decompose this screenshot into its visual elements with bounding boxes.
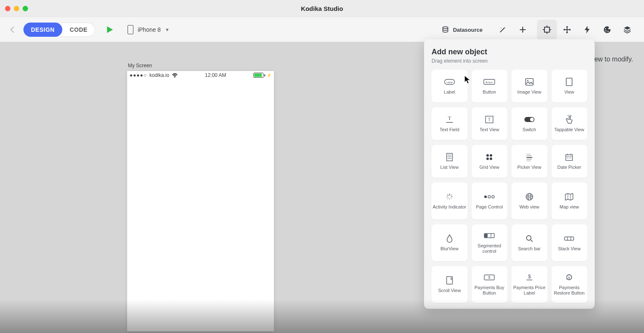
svg-point-13: [527, 80, 528, 81]
theme-button[interactable]: [597, 20, 617, 40]
svg-text:$: $: [528, 274, 531, 280]
price-icon: $: [526, 273, 533, 282]
object-label[interactable]: Label Label: [432, 70, 468, 102]
device-selector[interactable]: iPhone 8 ▼: [128, 25, 169, 34]
layers-icon: [623, 25, 631, 34]
svg-point-5: [606, 31, 607, 32]
view-icon: [566, 78, 572, 86]
battery-icon: ⚡: [253, 73, 271, 78]
object-date-picker[interactable]: Date Picker: [552, 145, 588, 178]
svg-text:$: $: [568, 276, 570, 280]
bottom-fade: [0, 300, 644, 333]
object-scroll-view[interactable]: Scroll View: [432, 266, 468, 303]
svg-point-2: [501, 28, 501, 28]
object-web-view[interactable]: Web view: [511, 183, 547, 219]
signal-dots-icon: ●●●●○: [130, 72, 147, 78]
text-view-icon: T: [485, 115, 493, 124]
move-tool-button[interactable]: [557, 20, 577, 40]
tab-design[interactable]: DESIGN: [23, 23, 62, 37]
object-search-bar[interactable]: Search bar: [511, 224, 547, 261]
svg-point-40: [570, 158, 571, 158]
main-toolbar: DESIGN CODE iPhone 8 ▼ Datasource: [0, 17, 644, 43]
add-button[interactable]: [513, 20, 533, 40]
magic-wand-button[interactable]: [493, 20, 513, 40]
device-name: iPhone 8: [138, 26, 161, 33]
scroll-icon: [446, 276, 453, 285]
window-minimize-button[interactable]: [14, 6, 19, 11]
play-button[interactable]: [107, 26, 113, 33]
svg-point-60: [526, 236, 531, 240]
svg-point-28: [490, 158, 492, 160]
plus-icon: [519, 26, 526, 33]
device-preview: My Screen ●●●●○ kodika.io 12:00 AM ⚡: [127, 63, 274, 331]
window-zoom-button[interactable]: [23, 6, 28, 11]
object-text-field[interactable]: T Text Field: [432, 107, 468, 140]
svg-rect-62: [565, 237, 574, 240]
device-frame[interactable]: ●●●●○ kodika.io 12:00 AM ⚡: [127, 71, 274, 331]
object-list-view[interactable]: List View: [432, 145, 468, 178]
window-close-button[interactable]: [5, 6, 10, 11]
move-icon: [563, 25, 571, 34]
svg-point-6: [608, 31, 609, 32]
svg-line-47: [447, 198, 448, 199]
object-blur-view[interactable]: BlurView: [432, 224, 468, 261]
object-grid-view[interactable]: Grid View: [472, 145, 508, 178]
object-image-view[interactable]: Image View: [511, 70, 547, 102]
object-button[interactable]: Button Button: [472, 70, 508, 102]
object-grid: Label Label Button Button Image View Vie…: [432, 70, 587, 303]
object-tappable-view[interactable]: Tappable View: [552, 107, 588, 140]
svg-point-39: [569, 158, 570, 158]
tap-icon: [565, 115, 573, 124]
svg-point-20: [530, 117, 534, 121]
chevron-down-icon: ▼: [165, 27, 169, 32]
tab-code[interactable]: CODE: [62, 23, 95, 37]
object-payments-price-label[interactable]: $ Payments Price Label: [511, 266, 547, 303]
clock-label: 12:00 AM: [205, 72, 226, 78]
datasource-label: Datasource: [453, 27, 483, 33]
object-map-view[interactable]: Map view: [552, 183, 588, 219]
object-activity-indicator[interactable]: Activity Indicator: [432, 183, 468, 219]
svg-text:Button: Button: [486, 81, 493, 83]
svg-line-48: [451, 195, 452, 196]
image-icon: [525, 78, 534, 86]
blur-icon: [446, 234, 453, 243]
svg-point-50: [488, 196, 491, 198]
back-button[interactable]: [7, 24, 18, 36]
svg-rect-12: [526, 79, 533, 85]
object-stack-view[interactable]: Stack View: [552, 224, 588, 261]
object-view[interactable]: View: [552, 70, 588, 102]
app-title: Kodika Studio: [0, 5, 644, 12]
svg-rect-21: [447, 153, 452, 161]
mac-titlebar: Kodika Studio: [0, 0, 644, 17]
object-payments-buy-button[interactable]: $ Payments Buy Button: [472, 266, 508, 303]
restore-icon: $: [565, 273, 573, 282]
magic-wand-icon: [499, 26, 506, 33]
object-payments-restore-button[interactable]: $ Payments Restore Button: [552, 266, 588, 303]
search-icon: [526, 234, 533, 243]
switch-icon: [524, 115, 535, 124]
svg-point-0: [443, 27, 448, 28]
add-object-panel-button[interactable]: [537, 20, 557, 40]
mode-toggle: DESIGN CODE: [23, 23, 95, 37]
svg-point-27: [486, 158, 489, 160]
svg-text:T: T: [448, 116, 451, 121]
carrier-label: kodika.io: [149, 72, 169, 78]
canvas[interactable]: My Screen ●●●●○ kodika.io 12:00 AM ⚡ ew …: [0, 42, 644, 333]
object-switch[interactable]: Switch: [511, 107, 547, 140]
palette-icon: [603, 25, 611, 34]
page-control-icon: [484, 193, 495, 201]
object-page-control[interactable]: Page Control: [472, 183, 508, 219]
object-segmented-control[interactable]: Segmented control: [472, 224, 508, 261]
layers-button[interactable]: [617, 20, 637, 40]
object-text-view[interactable]: T Text View: [472, 107, 508, 140]
actions-button[interactable]: [577, 20, 597, 40]
map-icon: [565, 193, 573, 201]
svg-text:$: $: [488, 275, 491, 280]
popover-title: Add new object: [432, 48, 587, 56]
screen-name-label: My Screen: [127, 63, 274, 69]
datasource-button[interactable]: Datasource: [436, 20, 488, 40]
stack-icon: [564, 234, 574, 243]
svg-line-46: [451, 198, 452, 199]
object-picker-view[interactable]: Picker View: [511, 145, 547, 178]
svg-point-1: [504, 27, 505, 28]
